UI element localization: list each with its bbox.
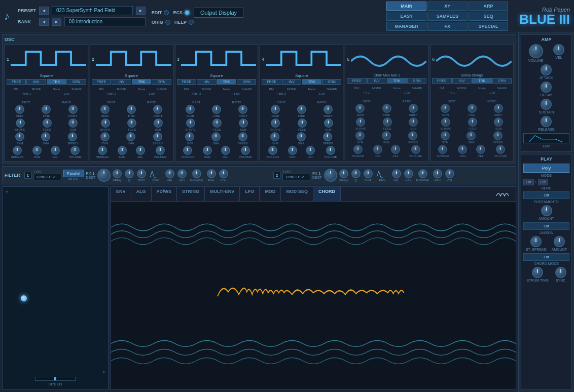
filter-vol-2[interactable] <box>445 169 454 178</box>
osc-vel-2[interactable] <box>136 146 145 155</box>
osc-sub-1[interactable] <box>68 119 78 128</box>
osc-sma-1[interactable] <box>41 132 50 141</box>
osc-semi-4[interactable] <box>271 105 280 114</box>
osc-vel-6[interactable] <box>476 145 485 154</box>
osc-sma-6[interactable] <box>467 131 476 140</box>
osc-trk-3[interactable]: TRK <box>217 79 236 85</box>
osc-vel-1[interactable] <box>51 146 60 155</box>
env-tab-pdws[interactable]: PD/WS <box>152 187 177 201</box>
osc-feed-2[interactable] <box>127 119 136 128</box>
env-waveform-tab[interactable] <box>490 187 516 201</box>
osc-sym-1[interactable] <box>15 132 24 141</box>
osc-free-4[interactable]: FREE <box>262 79 281 85</box>
osc-trk-4[interactable]: TRK <box>302 79 321 85</box>
osc-grn-3[interactable]: GRN <box>237 79 256 85</box>
chord-mode-btn[interactable]: Off <box>523 253 569 261</box>
osc-semi-2[interactable] <box>100 105 110 114</box>
amp-volume-knob[interactable] <box>529 44 543 58</box>
env-tab-multienv[interactable]: MULTI-ENV <box>205 187 240 201</box>
osc-fine-6[interactable] <box>468 104 477 113</box>
amp-sustain-knob[interactable] <box>541 99 552 110</box>
unison-btn[interactable]: Off <box>523 222 569 230</box>
osc-feed-3[interactable] <box>212 119 222 128</box>
osc-speed-4[interactable] <box>323 132 332 141</box>
preset-next-btn[interactable]: ► <box>136 7 146 15</box>
portamento-btn[interactable]: Off <box>523 191 569 199</box>
osc-shape-2[interactable] <box>101 119 110 128</box>
tab-manager[interactable]: MANAGER <box>386 22 426 31</box>
osc-trk-2[interactable]: TRK <box>132 79 151 85</box>
osc-fine-4[interactable] <box>297 105 306 114</box>
env-tab-mod[interactable]: MOD <box>260 187 281 201</box>
osc-volume-4[interactable] <box>326 146 335 155</box>
osc-inv-1[interactable]: INV <box>26 79 46 85</box>
osc-volume-1[interactable] <box>70 146 80 155</box>
osc-feed-4[interactable] <box>298 119 307 128</box>
osc-drift-6[interactable] <box>494 104 503 113</box>
tab-special[interactable]: SPECIAL <box>469 22 509 31</box>
osc-sym-2[interactable] <box>100 132 110 141</box>
osc-volume-5[interactable] <box>411 145 420 154</box>
filter-knob-main-2[interactable] <box>324 169 337 182</box>
tab-arp[interactable]: ARP <box>469 2 509 11</box>
osc-fine-3[interactable] <box>212 105 221 114</box>
osc-shape-4[interactable] <box>271 119 280 128</box>
sync-knob[interactable] <box>555 267 566 278</box>
osc-sym-5[interactable] <box>355 131 365 140</box>
osc-vel-3[interactable] <box>221 146 230 155</box>
st-spread-knob[interactable] <box>530 236 542 247</box>
osc-semi-3[interactable] <box>186 105 195 114</box>
osc-grn-6[interactable]: GRN <box>492 78 512 84</box>
amp-vel-knob[interactable] <box>553 44 564 55</box>
portamento-amount-knob[interactable] <box>541 205 552 216</box>
osc-sub-6[interactable] <box>494 117 503 127</box>
tab-samples[interactable]: SAMPLES <box>427 12 468 21</box>
env-tab-alg[interactable]: ALG <box>131 187 152 201</box>
osc-grn-1[interactable]: GRN <box>66 79 86 85</box>
osc-inv-5[interactable]: INV <box>367 78 386 84</box>
osc-trk-1[interactable]: TRK <box>47 79 66 85</box>
osc-pan-5[interactable] <box>373 145 382 154</box>
osc-sma-5[interactable] <box>382 131 391 140</box>
filter-vel-2[interactable] <box>392 169 401 178</box>
osc-sub-4[interactable] <box>324 119 333 128</box>
tab-seq[interactable]: SEQ <box>469 12 509 21</box>
osc-sym-3[interactable] <box>185 132 194 141</box>
osc-pan-3[interactable] <box>203 146 212 155</box>
osc-spread-6[interactable] <box>438 145 447 154</box>
filter-dist-2[interactable] <box>364 169 373 178</box>
tab-main[interactable]: MAIN <box>386 2 426 11</box>
filter-modwhl-2[interactable] <box>418 169 427 178</box>
osc-drift-3[interactable] <box>238 105 247 114</box>
poly-btn[interactable]: Poly <box>523 164 569 173</box>
amp-release-knob[interactable] <box>541 116 552 127</box>
filter-mode-btn-1[interactable]: Parallel <box>63 170 84 177</box>
osc-grn-4[interactable]: GRN <box>322 79 341 85</box>
osc-drift-1[interactable] <box>68 105 78 114</box>
osc-shape-3[interactable] <box>186 119 195 128</box>
filter-vol-1[interactable] <box>219 169 228 178</box>
osc-sym-4[interactable] <box>270 132 279 141</box>
osc-sma-4[interactable] <box>297 132 306 141</box>
osc-spread-2[interactable] <box>98 146 107 155</box>
filter-pan-2[interactable] <box>433 169 442 178</box>
osc-speed-2[interactable] <box>153 132 162 141</box>
osc-pan-6[interactable] <box>458 145 467 154</box>
osc-vel-5[interactable] <box>391 145 400 154</box>
osc-shape-6[interactable] <box>441 117 450 127</box>
osc-fine-5[interactable] <box>382 104 391 113</box>
osc-speed-5[interactable] <box>408 131 417 140</box>
xy-pad[interactable]: Y X SPEED <box>2 186 109 390</box>
filter-freq-1[interactable] <box>113 169 122 178</box>
env-tab-lfo[interactable]: LFO <box>240 187 260 201</box>
osc-feed-1[interactable] <box>43 119 52 128</box>
osc-sub-3[interactable] <box>239 119 248 128</box>
osc-grn-2[interactable]: GRN <box>152 79 171 85</box>
osc-free-2[interactable]: FREE <box>92 79 111 85</box>
filter-key-2[interactable] <box>404 169 413 178</box>
tab-easy[interactable]: EASY <box>386 12 426 21</box>
osc-inv-4[interactable]: INV <box>282 79 301 85</box>
tab-xy[interactable]: XY <box>427 2 468 11</box>
osc-free-6[interactable]: FREE <box>432 78 451 84</box>
osc-semi-5[interactable] <box>355 104 365 113</box>
